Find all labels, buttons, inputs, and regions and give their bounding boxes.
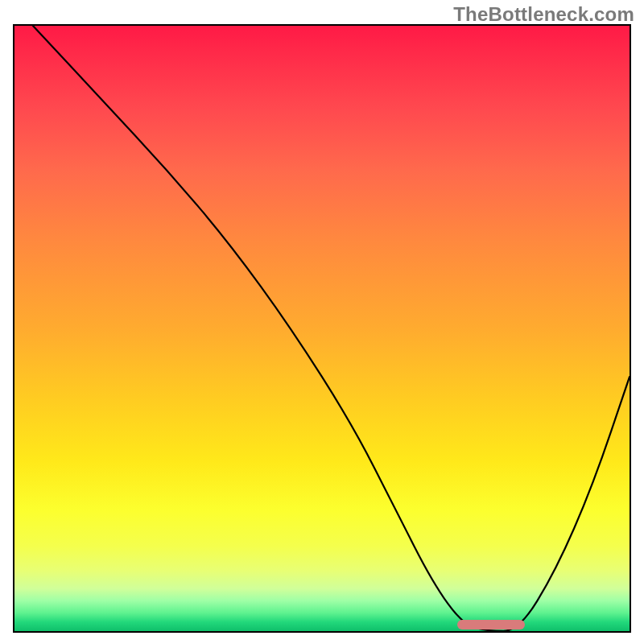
bottleneck-curve — [14, 26, 630, 631]
curve-path — [33, 26, 630, 631]
optimal-range-marker — [457, 620, 525, 630]
watermark-text: TheBottleneck.com — [453, 3, 634, 26]
chart-frame: TheBottleneck.com — [0, 0, 644, 644]
plot-area — [13, 24, 631, 633]
